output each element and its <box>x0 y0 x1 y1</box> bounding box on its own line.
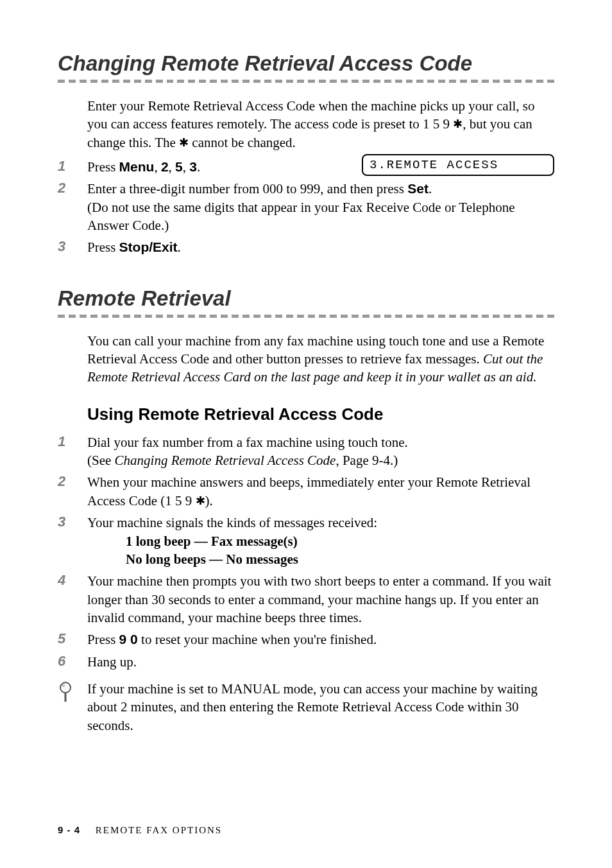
step-2: 2 When your machine answers and beeps, i… <box>58 473 554 510</box>
step-4: 4 Your machine then prompts you with two… <box>58 572 554 627</box>
step-body: Dial your fax number from a fax machine … <box>87 433 554 470</box>
note-text: If your machine is set to MANUAL mode, y… <box>87 680 554 734</box>
heading-changing-code: Changing Remote Retrieval Access Code <box>58 51 554 76</box>
step-body: Press Stop/Exit. <box>87 238 554 256</box>
step-number: 3 <box>58 238 87 256</box>
step-3: 3 Your machine signals the kinds of mess… <box>58 514 554 568</box>
step-number: 1 <box>58 158 87 176</box>
step-6: 6 Hang up. <box>58 653 554 671</box>
page: Changing Remote Retrieval Access Code En… <box>0 0 612 868</box>
star-icon: ✱ <box>196 493 205 508</box>
star-icon: ✱ <box>453 116 463 132</box>
step-number: 5 <box>58 630 87 648</box>
step-number: 4 <box>58 572 87 627</box>
step-body: Hang up. <box>87 653 554 671</box>
svg-point-0 <box>60 682 71 693</box>
lcd-display: 3.REMOTE ACCESS <box>362 154 554 176</box>
step-number: 2 <box>58 180 87 234</box>
step-body: Your machine signals the kinds of messag… <box>87 514 554 568</box>
step-1: 1 Dial your fax number from a fax machin… <box>58 433 554 470</box>
intro-paragraph-1: Enter your Remote Retrieval Access Code … <box>87 97 554 152</box>
magnifier-icon <box>58 680 87 734</box>
step-body: Press 9 0 to reset your machine when you… <box>87 630 554 648</box>
step-number: 2 <box>58 473 87 510</box>
step-body: When your machine answers and beeps, imm… <box>87 473 554 510</box>
subheading-using-code: Using Remote Retrieval Access Code <box>87 404 554 424</box>
step-body: Your machine then prompts you with two s… <box>87 572 554 627</box>
step-2: 2 Enter a three-digit number from 000 to… <box>58 180 554 234</box>
step-body: Press Menu, 2, 5, 3. <box>87 158 337 176</box>
step-list-2: 1 Dial your fax number from a fax machin… <box>58 433 554 671</box>
step-number: 3 <box>58 514 87 568</box>
intro-paragraph-2: You can call your machine from any fax m… <box>87 332 554 386</box>
beep-none: No long beeps — No messages <box>126 550 554 568</box>
star-icon: ✱ <box>179 135 189 150</box>
step-number: 6 <box>58 653 87 671</box>
page-number: 9 - 4 <box>58 824 80 835</box>
step-3: 3 Press Stop/Exit. <box>58 238 554 256</box>
chapter-title: REMOTE FAX OPTIONS <box>96 825 222 835</box>
step-5: 5 Press 9 0 to reset your machine when y… <box>58 630 554 648</box>
svg-point-1 <box>62 684 65 687</box>
divider-dashes <box>58 315 554 318</box>
divider-dashes <box>58 80 554 83</box>
step-number: 1 <box>58 433 87 470</box>
step-body: Enter a three-digit number from 000 to 9… <box>87 180 554 234</box>
beep-long: 1 long beep — Fax message(s) <box>126 532 554 550</box>
note: If your machine is set to MANUAL mode, y… <box>58 680 554 734</box>
heading-remote-retrieval: Remote Retrieval <box>58 286 554 311</box>
page-footer: 9 - 4 REMOTE FAX OPTIONS <box>58 824 222 836</box>
